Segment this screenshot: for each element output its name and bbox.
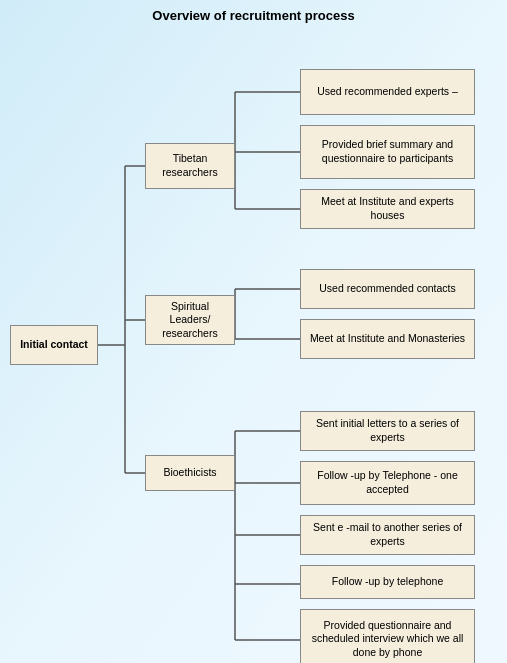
- rec-contacts-node: Used recommended contacts: [300, 269, 475, 309]
- brief-summary-node: Provided brief summary and questionnaire…: [300, 125, 475, 179]
- sent-email-node: Sent e -mail to another series of expert…: [300, 515, 475, 555]
- sent-letters-node: Sent initial letters to a series of expe…: [300, 411, 475, 451]
- meet-monasteries-node: Meet at Institute and Monasteries: [300, 319, 475, 359]
- bioethicists-node: Bioethicists: [145, 455, 235, 491]
- tibetan-researchers-node: Tibetan researchers: [145, 143, 235, 189]
- follow-telephone-node: Follow -up by Telephone - one accepted: [300, 461, 475, 505]
- page-title: Overview of recruitment process: [0, 0, 507, 35]
- questionnaire-node: Provided questionnaire and scheduled int…: [300, 609, 475, 663]
- chart-area: Initial contact Tibetan researchers Spir…: [5, 35, 502, 663]
- rec-experts-node: Used recommended experts –: [300, 69, 475, 115]
- spiritual-leaders-node: Spiritual Leaders/ researchers: [145, 295, 235, 345]
- follow-telephone2-node: Follow -up by telephone: [300, 565, 475, 599]
- initial-contact-node: Initial contact: [10, 325, 98, 365]
- meet-institute-experts-node: Meet at Institute and experts houses: [300, 189, 475, 229]
